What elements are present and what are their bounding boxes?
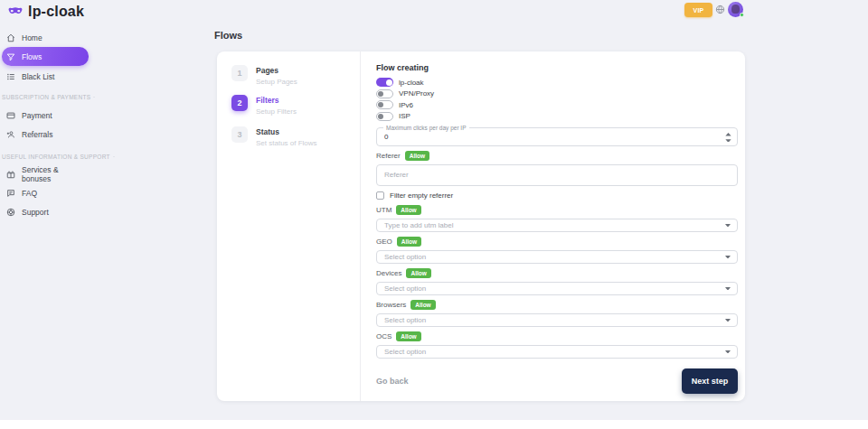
browsers-label: Browsers	[376, 301, 406, 309]
geo-label: GEO	[376, 238, 392, 246]
sidebar-item-label: Black List	[22, 72, 54, 81]
ipv6-toggle[interactable]	[376, 100, 393, 109]
form-footer: Go back Next step	[376, 368, 738, 394]
next-step-button[interactable]: Next step	[682, 368, 738, 394]
lp-cloak-toggle[interactable]	[376, 78, 393, 87]
step-pages[interactable]: 1 Pages Setup Pages	[231, 65, 297, 86]
sidebar-item-support[interactable]: Support	[2, 203, 89, 221]
sidebar-item-label: Payment	[22, 111, 52, 120]
number-stepper-icon[interactable]	[724, 133, 732, 143]
devices-allow-badge[interactable]: Allow	[406, 268, 430, 278]
lifebuoy-icon	[6, 208, 15, 217]
referer-label: Referer	[376, 152, 401, 160]
step-filters[interactable]: 2 Filters Setup Filters	[231, 95, 297, 116]
toggle-label: IPv6	[399, 101, 413, 109]
step-number: 2	[231, 95, 248, 111]
ocs-label-row: OCS Allow	[376, 332, 738, 341]
section-title: Subscription & payments	[2, 94, 90, 100]
toggle-row-lp-cloak[interactable]: lp-cloak	[376, 78, 738, 87]
utm-select[interactable]: Type to add utm label	[376, 219, 738, 232]
select-placeholder: Select option	[384, 284, 426, 293]
chevron-down-icon	[725, 319, 731, 323]
form-heading: Flow creating	[376, 63, 738, 72]
sidebar-item-payment[interactable]: Payment	[2, 107, 89, 125]
geo-allow-badge[interactable]: Allow	[397, 237, 421, 247]
filter-empty-referrer-row[interactable]: Filter empty referrer	[376, 191, 738, 201]
online-status-dot	[740, 13, 744, 17]
brand-logo[interactable]: lp-cloak	[7, 4, 84, 20]
isp-toggle[interactable]	[376, 112, 393, 121]
utm-label-row: UTM Allow	[376, 206, 738, 215]
toggle-label: ISP	[399, 112, 410, 120]
section-divider	[93, 97, 95, 98]
gift-icon	[6, 170, 15, 179]
toggle-label: lp-cloak	[399, 79, 424, 87]
browsers-label-row: Browsers Allow	[376, 301, 738, 310]
language-globe-icon[interactable]	[715, 5, 725, 14]
toggle-row-isp[interactable]: ISP	[376, 112, 738, 121]
chevron-down-icon	[725, 287, 731, 292]
sidebar-section-subscription: Subscription & payments	[2, 94, 90, 100]
sidebar-item-label: Services & bonuses	[22, 165, 89, 183]
section-title: Useful information & support	[2, 154, 110, 160]
home-icon	[6, 33, 15, 42]
referrals-person-icon	[6, 130, 15, 139]
sidebar-item-label: Flows	[22, 52, 42, 61]
devices-label: Devices	[376, 269, 401, 277]
devices-label-row: Devices Allow	[376, 269, 738, 278]
step-subtitle: Setup Filters	[256, 107, 297, 116]
step-number: 3	[231, 126, 248, 143]
max-clicks-field: Maximum clicks per day per IP	[376, 127, 738, 146]
select-placeholder: Select option	[384, 253, 426, 261]
utm-allow-badge[interactable]: Allow	[396, 205, 420, 215]
payment-card-icon	[6, 111, 15, 120]
devices-select[interactable]: Select option	[376, 282, 738, 295]
vip-button[interactable]: VIP	[684, 3, 712, 17]
step-subtitle: Setup Pages	[256, 78, 297, 86]
toggle-label: VPN/Proxy	[399, 89, 434, 98]
filter-empty-referrer-checkbox[interactable]	[376, 191, 384, 200]
geo-select[interactable]: Select option	[376, 250, 738, 264]
sidebar-item-services-bonuses[interactable]: Services & bonuses	[2, 165, 89, 183]
step-number: 1	[231, 65, 248, 81]
sidebar-item-black-list[interactable]: Black List	[2, 68, 89, 86]
ocs-label: OCS	[376, 332, 392, 340]
chevron-down-icon	[725, 256, 731, 260]
blacklist-icon	[6, 72, 15, 81]
sidebar-item-flows[interactable]: Flows	[2, 47, 89, 66]
step-title: Pages	[256, 65, 297, 75]
sidebar-item-label: Referrals	[22, 130, 52, 139]
browsers-allow-badge[interactable]: Allow	[410, 300, 435, 310]
ocs-allow-badge[interactable]: Allow	[396, 331, 420, 341]
sidebar-item-faq[interactable]: FAQ	[2, 184, 89, 202]
sidebar-item-home[interactable]: Home	[2, 29, 89, 47]
flows-icon	[6, 52, 15, 61]
select-placeholder: Select option	[384, 316, 426, 324]
sidebar-section-support: Useful information & support	[2, 154, 90, 160]
footer-strip	[0, 420, 868, 429]
chevron-down-icon	[725, 350, 731, 355]
max-clicks-input[interactable]	[377, 128, 737, 145]
toggle-row-ipv6[interactable]: IPv6	[376, 100, 738, 109]
stepper: 1 Pages Setup Pages 2 Filters Setup Filt…	[217, 51, 361, 401]
chevron-down-icon	[725, 224, 731, 228]
select-placeholder: Type to add utm label	[384, 221, 454, 229]
flow-creating-card: 1 Pages Setup Pages 2 Filters Setup Filt…	[217, 51, 745, 401]
checkbox-label: Filter empty referrer	[390, 191, 453, 200]
vpn-proxy-toggle[interactable]	[376, 89, 393, 98]
step-status[interactable]: 3 Status Set status of Flows	[231, 126, 317, 147]
go-back-button[interactable]: Go back	[376, 377, 409, 386]
section-divider	[113, 156, 115, 157]
utm-label: UTM	[376, 206, 392, 214]
sidebar-item-referrals[interactable]: Referrals	[2, 126, 89, 144]
user-avatar[interactable]	[728, 2, 743, 17]
referer-input[interactable]	[376, 164, 738, 186]
browsers-select[interactable]: Select option	[376, 313, 738, 327]
referer-label-row: Referer Allow	[376, 152, 738, 161]
referer-allow-badge[interactable]: Allow	[405, 151, 429, 161]
mask-logo-icon	[7, 4, 24, 20]
step-title: Status	[256, 126, 317, 136]
page-title: Flows	[214, 30, 242, 41]
toggle-row-vpn-proxy[interactable]: VPN/Proxy	[376, 89, 738, 98]
ocs-select[interactable]: Select option	[376, 345, 738, 359]
